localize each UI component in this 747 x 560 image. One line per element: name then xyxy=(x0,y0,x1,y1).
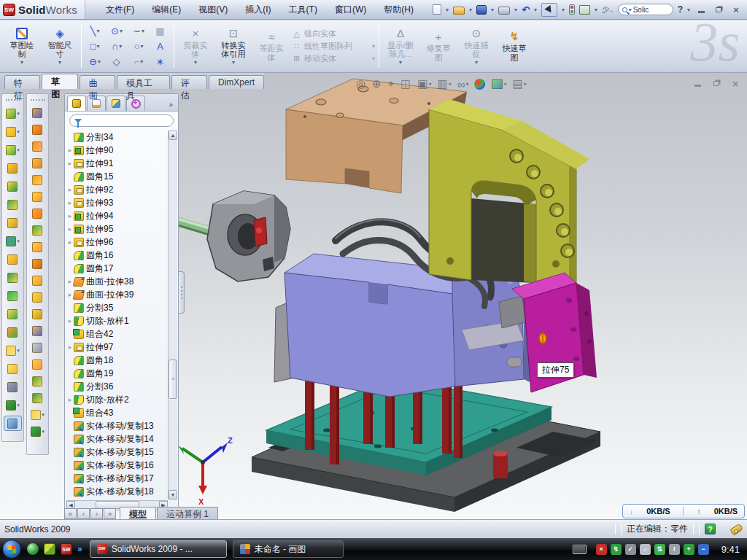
quick-tips-icon[interactable]: ? xyxy=(705,524,716,534)
feature-tree-item[interactable]: ▸ 曲面-拉伸39 xyxy=(66,288,168,301)
toolbar-button[interactable] xyxy=(4,160,22,176)
options-dropdown[interactable]: ▾ xyxy=(595,7,597,13)
sketch-entity-button[interactable]: □ ▾ xyxy=(84,39,106,54)
feature-tree-item[interactable]: ▸ 圆角15 xyxy=(66,170,168,183)
menu-item[interactable]: 视图(V) xyxy=(191,1,235,18)
feature-tree-item[interactable]: ▸ 曲面-拉伸38 xyxy=(66,275,168,288)
toolbar-button[interactable] xyxy=(4,324,22,340)
tray-icon[interactable]: + xyxy=(684,544,694,555)
doc-close-button[interactable]: × xyxy=(729,79,741,88)
toolbar-button[interactable]: ▾ xyxy=(4,142,22,158)
toolbar-button[interactable] xyxy=(4,197,22,212)
feature-tree-item[interactable]: ▸ 圆角16 xyxy=(66,249,168,262)
toolbar-button[interactable] xyxy=(28,391,47,405)
toolbar-button[interactable] xyxy=(4,379,22,394)
sketch-entity-dropdown[interactable]: ▾ xyxy=(120,28,123,34)
toolbar-button[interactable] xyxy=(28,190,47,203)
tab-scroll-button[interactable]: » xyxy=(104,508,116,519)
feature-tree-item[interactable]: ▸ 实体-移动/复制18 xyxy=(66,485,168,498)
command-dropdown[interactable]: ▾ xyxy=(194,59,197,66)
tab-scroll-button[interactable]: « xyxy=(64,508,77,519)
expand-arrow-icon[interactable]: ▸ xyxy=(66,317,74,324)
feature-tree-item[interactable]: ▸ 圆角19 xyxy=(66,367,168,380)
panel-overflow-chevron[interactable]: » xyxy=(166,101,176,111)
quick-launch-icon[interactable] xyxy=(44,543,55,555)
expand-arrow-icon[interactable]: ▸ xyxy=(66,396,74,403)
feature-tree-item[interactable]: ▸ 实体-移动/复制15 xyxy=(66,446,168,459)
feature-tree-item[interactable]: ▸ 拉伸93 xyxy=(66,196,168,209)
command-tab[interactable]: 模具工具 xyxy=(117,75,170,89)
new-document-icon[interactable] xyxy=(433,4,441,15)
view-orientation-icon[interactable]: ▣ ▾ xyxy=(417,77,431,90)
restore-button[interactable] xyxy=(712,4,725,15)
help-button[interactable]: ? xyxy=(678,4,683,15)
toolbar-button[interactable]: ▾ xyxy=(28,408,47,421)
feature-tree-item[interactable]: ▸ 拉伸92 xyxy=(66,183,168,196)
expand-arrow-icon[interactable]: ▸ xyxy=(66,238,74,246)
zoom-area-icon[interactable]: ⊕ xyxy=(372,77,382,90)
model-support-bracket[interactable] xyxy=(429,99,589,283)
tray-icon[interactable]: ✓ xyxy=(625,544,636,555)
toolbar-button[interactable] xyxy=(4,252,22,267)
toolbar-button[interactable]: ▾ xyxy=(4,124,22,139)
model-clamp-part[interactable] xyxy=(172,191,290,281)
toolbar-button[interactable] xyxy=(28,223,47,237)
toolbar-button[interactable] xyxy=(28,156,47,170)
menu-item[interactable]: 窗口(W) xyxy=(328,1,374,18)
sketch-entity-dropdown[interactable]: ▾ xyxy=(96,28,99,34)
expand-arrow-icon[interactable]: ▸ xyxy=(66,147,74,154)
expand-arrow-icon[interactable]: ▸ xyxy=(66,186,74,193)
print-icon[interactable] xyxy=(498,7,510,15)
select-tool-button[interactable] xyxy=(541,3,557,17)
feature-tree-item[interactable]: ▸ 拉伸97 xyxy=(66,341,168,354)
open-dropdown[interactable]: ▾ xyxy=(469,7,472,13)
search-box[interactable]: ▾ Solic xyxy=(618,4,673,15)
options-icon[interactable] xyxy=(579,5,590,15)
menu-item[interactable]: 帮助(H) xyxy=(376,1,421,18)
sketch-entity-dropdown[interactable]: ▾ xyxy=(140,58,143,65)
undo-dropdown[interactable]: ▾ xyxy=(534,7,537,13)
toolbar-button[interactable]: ▾ xyxy=(28,424,47,438)
command-button[interactable]: + 修复草 图 xyxy=(419,22,457,71)
expand-arrow-icon[interactable]: ▸ xyxy=(66,160,74,167)
document-tab[interactable]: 运动算例 1 xyxy=(157,507,218,519)
command-tab[interactable]: 曲面 xyxy=(80,75,115,89)
tab-configuration-manager[interactable] xyxy=(107,96,125,111)
tray-icon[interactable]: ! xyxy=(669,544,680,555)
hud-dropdown[interactable]: ▾ xyxy=(465,81,468,88)
performance-icon[interactable] xyxy=(569,4,575,15)
sketch-entity-button[interactable]: ∼ ▾ xyxy=(128,23,150,39)
tab-scroll-button[interactable]: ‹ xyxy=(77,508,90,519)
command-dropdown[interactable]: ▾ xyxy=(20,59,23,66)
hud-dropdown[interactable]: ▾ xyxy=(524,81,527,88)
command-row-button[interactable]: △ 镜向实体 xyxy=(290,28,376,39)
feature-tree-item[interactable]: ▸ 拉伸90 xyxy=(66,144,168,157)
toolbar-button[interactable] xyxy=(28,307,47,321)
command-button[interactable]: ↯ 快速草 图 xyxy=(495,22,533,71)
command-button[interactable]: ⊙ 快速捕 捉 ▾ xyxy=(457,22,495,71)
taskbar-task-button[interactable]: SW SolidWorks 2009 - ... xyxy=(90,540,227,558)
toolbar-dropdown[interactable]: ▾ xyxy=(42,412,44,418)
feature-tree-item[interactable]: ▸ 实体-移动/复制16 xyxy=(66,459,168,472)
feature-tree-item[interactable]: ▸ 拉伸95 xyxy=(66,222,168,236)
tab-feature-manager[interactable] xyxy=(67,96,86,111)
command-dropdown[interactable]: ▾ xyxy=(58,59,61,66)
sketch-entity-button[interactable]: ∩ ▾ xyxy=(106,39,128,54)
tree-vertical-scrollbar[interactable]: ▲ ≡ ▼ xyxy=(168,131,177,499)
sketch-entity-button[interactable]: ◇ xyxy=(106,54,128,69)
command-tab[interactable]: 评估 xyxy=(171,75,207,89)
command-dropdown[interactable]: ▾ xyxy=(372,55,375,62)
toolbar-dropdown[interactable]: ▾ xyxy=(17,402,20,408)
search-dropdown[interactable]: ▾ xyxy=(629,7,632,13)
toolbar-button[interactable] xyxy=(28,206,47,220)
scroll-thumb[interactable]: ≡ xyxy=(169,359,177,399)
command-button[interactable]: ≈ 等距实 体 xyxy=(252,22,290,71)
toolbar-button[interactable] xyxy=(4,288,22,303)
menu-item[interactable]: 文件(F) xyxy=(98,1,142,18)
feature-tree-item[interactable]: ▸ 组合42 xyxy=(66,327,168,341)
open-icon[interactable] xyxy=(453,7,465,15)
doc-restore-button[interactable] xyxy=(711,79,722,88)
save-icon[interactable] xyxy=(476,5,487,15)
undo-icon[interactable]: ↶ xyxy=(522,4,530,15)
expand-arrow-icon[interactable]: ▸ xyxy=(66,199,74,206)
